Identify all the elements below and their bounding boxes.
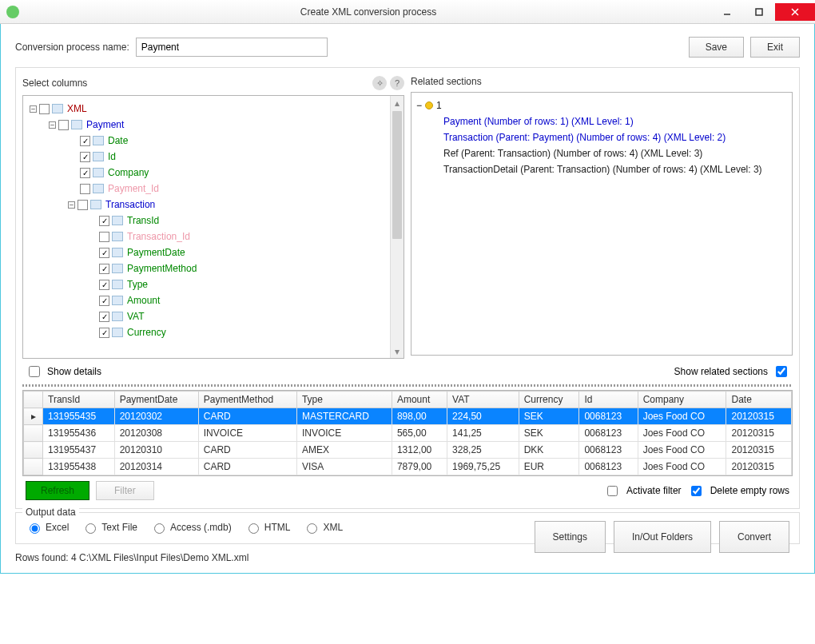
col-currency[interactable]: Currency: [519, 392, 579, 408]
splitter[interactable]: [22, 384, 793, 387]
show-related-label: Show related sections: [674, 366, 768, 377]
wand-icon[interactable]: ✧: [372, 76, 387, 90]
delete-empty-checkbox[interactable]: [691, 486, 702, 496]
related-sections-label: Related sections: [411, 76, 482, 87]
related-tree[interactable]: −1 Payment (Number of rows: 1) (XML Leve…: [411, 92, 793, 356]
columns-tree[interactable]: −XML −Payment ✓Date ✓Id ✓Company Payment…: [22, 95, 404, 359]
col-id[interactable]: Id: [579, 392, 638, 408]
tree-scrollbar[interactable]: ▴▾: [390, 96, 404, 358]
close-button[interactable]: [775, 3, 815, 21]
col-date[interactable]: Date: [726, 392, 792, 408]
help-icon[interactable]: ?: [390, 76, 404, 90]
exit-button[interactable]: Exit: [750, 37, 800, 58]
folders-button[interactable]: In/Out Folders: [614, 521, 711, 553]
output-text-radio[interactable]: [85, 523, 96, 534]
col-paymentdate[interactable]: PaymentDate: [114, 392, 198, 408]
col-type[interactable]: Type: [296, 392, 392, 408]
show-details-label: Show details: [47, 366, 101, 377]
table-row[interactable]: 13195543720120310CARDAMEX1312,00328,25DK…: [24, 442, 792, 459]
activate-filter-label: Activate filter: [626, 485, 682, 496]
table-row[interactable]: ▸13195543520120302CARDMASTERCARD898,0022…: [24, 408, 792, 425]
output-html-radio[interactable]: [248, 523, 259, 534]
col-company[interactable]: Company: [638, 392, 726, 408]
convert-button[interactable]: Convert: [719, 521, 789, 553]
minimize-button[interactable]: [711, 3, 743, 21]
svg-rect-1: [756, 9, 762, 15]
filter-button[interactable]: Filter: [96, 481, 154, 500]
maximize-button[interactable]: [743, 3, 775, 21]
col-paymentmethod[interactable]: PaymentMethod: [198, 392, 296, 408]
output-access-radio[interactable]: [154, 523, 165, 534]
app-icon: [6, 6, 19, 18]
select-columns-label: Select columns: [22, 78, 87, 89]
settings-button[interactable]: Settings: [535, 521, 606, 553]
col-vat[interactable]: VAT: [447, 392, 519, 408]
refresh-button[interactable]: Refresh: [26, 481, 89, 500]
show-details-checkbox[interactable]: [29, 366, 40, 377]
delete-empty-label: Delete empty rows: [710, 485, 789, 496]
show-related-checkbox[interactable]: [776, 366, 787, 377]
titlebar: Create XML conversion process: [0, 0, 815, 24]
output-data-legend: Output data: [22, 507, 79, 518]
data-grid[interactable]: TransIdPaymentDatePaymentMethodTypeAmoun…: [22, 390, 793, 476]
output-excel-radio[interactable]: [30, 523, 40, 534]
activate-filter-checkbox[interactable]: [607, 486, 618, 496]
process-name-input[interactable]: [136, 38, 328, 57]
output-xml-radio[interactable]: [307, 523, 317, 534]
col-amount[interactable]: Amount: [392, 392, 447, 408]
save-button[interactable]: Save: [689, 37, 744, 58]
table-row[interactable]: 13195543620120308INVOICEINVOICE565,00141…: [24, 425, 792, 442]
table-row[interactable]: 13195543820120314CARDVISA7879,001969,75,…: [24, 459, 792, 475]
process-name-label: Conversion process name:: [15, 42, 129, 53]
col-transid[interactable]: TransId: [43, 392, 115, 408]
window-title: Create XML conversion process: [26, 6, 711, 18]
